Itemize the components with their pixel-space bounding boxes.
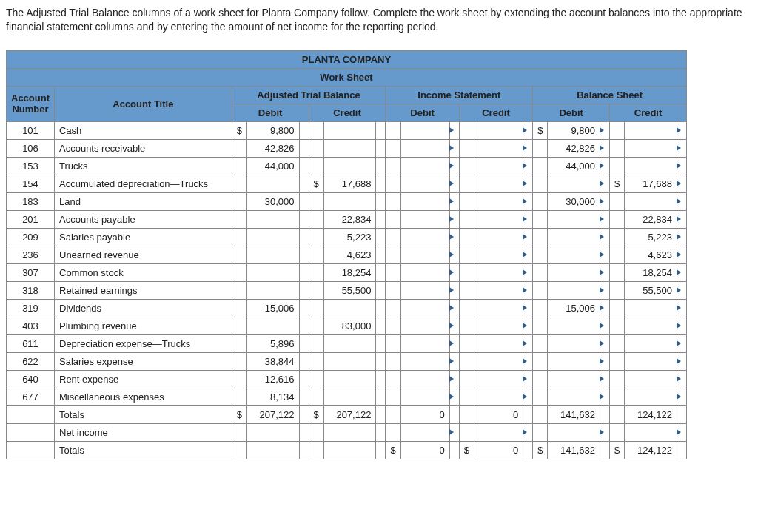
bs_d-sym[interactable] xyxy=(533,192,548,210)
dropdown-icon[interactable] xyxy=(677,121,686,139)
dropdown-icon[interactable] xyxy=(449,388,459,405)
dropdown-icon[interactable] xyxy=(449,423,459,441)
dropdown-icon[interactable] xyxy=(600,192,610,210)
dropdown-icon[interactable] xyxy=(449,352,459,370)
bs_c-sym[interactable] xyxy=(610,263,625,281)
dropdown-icon[interactable] xyxy=(677,388,686,405)
dropdown-icon[interactable] xyxy=(600,210,610,228)
is_c-sym[interactable] xyxy=(459,210,474,228)
is-credit-sym[interactable] xyxy=(459,405,474,423)
is_c-sym[interactable] xyxy=(459,299,474,317)
bs_c-sym[interactable] xyxy=(610,192,625,210)
bs_d-sym[interactable] xyxy=(533,139,548,157)
dropdown-icon[interactable] xyxy=(449,334,459,352)
bs_c-val[interactable]: 18,254 xyxy=(625,263,677,281)
dropdown-icon[interactable] xyxy=(523,263,533,281)
dropdown-icon[interactable] xyxy=(449,157,459,175)
bs_c-sym[interactable] xyxy=(610,352,625,370)
dropdown-icon[interactable] xyxy=(523,423,533,441)
bs_c-val[interactable]: 22,834 xyxy=(625,210,677,228)
is_c-val[interactable] xyxy=(474,370,523,388)
dropdown-icon[interactable] xyxy=(449,299,459,317)
bs_d-val[interactable] xyxy=(548,228,600,246)
is_d-val[interactable] xyxy=(400,388,449,405)
is_d-sym[interactable] xyxy=(386,263,400,281)
bs_d-val[interactable] xyxy=(548,246,600,263)
bs_c-sym[interactable] xyxy=(610,299,625,317)
dropdown-icon[interactable] xyxy=(600,228,610,246)
dropdown-icon[interactable] xyxy=(523,246,533,263)
dropdown-icon[interactable] xyxy=(523,121,533,139)
bs_d-sym[interactable] xyxy=(533,334,548,352)
dropdown-icon[interactable] xyxy=(677,228,686,246)
bs_d-sym[interactable] xyxy=(533,299,548,317)
bs_c-sym[interactable] xyxy=(610,317,625,334)
is-debit[interactable]: 0 xyxy=(400,441,449,459)
is_c-val[interactable] xyxy=(474,228,523,246)
bs_c-val[interactable]: 4,623 xyxy=(625,246,677,263)
is_c-val[interactable] xyxy=(474,388,523,405)
dropdown-icon[interactable] xyxy=(600,281,610,299)
dropdown-icon[interactable] xyxy=(449,210,459,228)
is_c-val[interactable] xyxy=(474,121,523,139)
is_d-sym[interactable] xyxy=(386,370,400,388)
is_c-val[interactable] xyxy=(474,210,523,228)
dropdown-icon[interactable] xyxy=(523,299,533,317)
dropdown-icon[interactable] xyxy=(600,263,610,281)
bs_d-sym[interactable] xyxy=(533,263,548,281)
is_c-sym[interactable] xyxy=(459,121,474,139)
bs-credit[interactable]: 124,122 xyxy=(625,405,677,423)
dropdown-icon[interactable] xyxy=(677,175,686,192)
bs_c-val[interactable] xyxy=(625,334,677,352)
dropdown-icon[interactable] xyxy=(600,423,610,441)
dropdown-icon[interactable] xyxy=(600,246,610,263)
dropdown-icon[interactable] xyxy=(677,157,686,175)
is_c-val[interactable] xyxy=(474,317,523,334)
is_c-sym[interactable] xyxy=(459,175,474,192)
bs_d-val[interactable] xyxy=(548,334,600,352)
dropdown-icon[interactable] xyxy=(600,370,610,388)
is_d-val[interactable] xyxy=(400,157,449,175)
is_d-sym[interactable] xyxy=(386,175,400,192)
bs_c-sym[interactable] xyxy=(610,370,625,388)
dropdown-icon[interactable] xyxy=(523,317,533,334)
is_c-sym[interactable] xyxy=(459,228,474,246)
bs_c-val[interactable] xyxy=(625,121,677,139)
bs_d-sym[interactable]: $ xyxy=(533,121,548,139)
dropdown-icon[interactable] xyxy=(523,281,533,299)
is_c-sym[interactable] xyxy=(459,370,474,388)
bs_d-sym[interactable] xyxy=(533,317,548,334)
bs-credit[interactable]: 124,122 xyxy=(625,441,677,459)
is_c-val[interactable] xyxy=(474,352,523,370)
bs_d-val[interactable] xyxy=(548,317,600,334)
is_d-sym[interactable] xyxy=(386,352,400,370)
is_d-val[interactable] xyxy=(400,192,449,210)
is-debit-sym[interactable] xyxy=(386,405,400,423)
bs_c-sym[interactable] xyxy=(610,388,625,405)
bs_c-val[interactable] xyxy=(625,370,677,388)
is_c-sym[interactable] xyxy=(459,281,474,299)
bs_d-sym[interactable] xyxy=(533,388,548,405)
bs-debit[interactable] xyxy=(548,423,600,441)
is_c-val[interactable] xyxy=(474,175,523,192)
is_c-sym[interactable] xyxy=(459,317,474,334)
bs_d-val[interactable]: 42,826 xyxy=(548,139,600,157)
is_d-val[interactable] xyxy=(400,121,449,139)
dropdown-icon[interactable] xyxy=(600,388,610,405)
bs_d-sym[interactable] xyxy=(533,246,548,263)
is_d-val[interactable] xyxy=(400,175,449,192)
dropdown-icon[interactable] xyxy=(600,334,610,352)
bs_d-sym[interactable] xyxy=(533,352,548,370)
dropdown-icon[interactable] xyxy=(677,192,686,210)
bs_d-val[interactable] xyxy=(548,281,600,299)
is-debit[interactable] xyxy=(400,423,449,441)
dropdown-icon[interactable] xyxy=(523,192,533,210)
is_d-sym[interactable] xyxy=(386,139,400,157)
dropdown-icon[interactable] xyxy=(600,121,610,139)
bs_c-val[interactable] xyxy=(625,352,677,370)
is_d-val[interactable] xyxy=(400,228,449,246)
dropdown-icon[interactable] xyxy=(449,139,459,157)
dropdown-icon[interactable] xyxy=(523,210,533,228)
bs-credit[interactable] xyxy=(625,423,677,441)
bs_d-sym[interactable] xyxy=(533,228,548,246)
